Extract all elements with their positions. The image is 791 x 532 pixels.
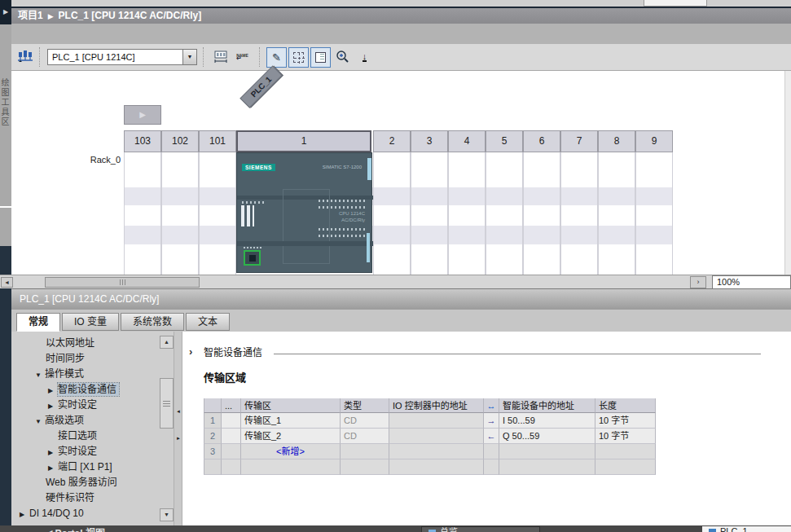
nav-realtime-settings[interactable]: ▶实时设定 <box>16 398 160 413</box>
rack-slot-column[interactable] <box>560 152 598 275</box>
expand-pane-button[interactable]: ▶ <box>0 0 11 24</box>
nav-time-sync[interactable]: 时间同步 <box>16 351 160 367</box>
direction-arrow-icon[interactable]: → <box>484 413 499 429</box>
slot-header-2[interactable]: 2 <box>373 130 411 152</box>
slot-header-102[interactable]: 102 <box>161 130 199 152</box>
zoom-level-input[interactable]: 100% <box>712 275 791 289</box>
show-overview-toggle[interactable] <box>310 47 331 68</box>
add-new-cell[interactable]: <新增> <box>241 444 341 459</box>
rack-slot-column[interactable] <box>486 152 523 275</box>
scroll-right-button[interactable]: › <box>690 276 706 288</box>
cpu-module[interactable]: SIEMENS SIMATIC S7-1200 CPU 1214C AC/DC/… <box>236 152 372 273</box>
row-number: 1 <box>204 413 222 429</box>
row-dots-cell[interactable] <box>222 413 241 429</box>
empty-cell <box>499 444 595 459</box>
network-topology-icon[interactable] <box>17 50 33 64</box>
tree-scroll-down-button[interactable]: ▼ <box>160 508 174 521</box>
slot-header-101[interactable]: 101 <box>199 130 236 152</box>
compress-slots-button[interactable]: ▶ <box>124 105 161 125</box>
scrollbar-thumb[interactable] <box>45 277 200 288</box>
tab-system-constants[interactable]: 系统常数 <box>121 313 184 331</box>
rack-slot-column[interactable] <box>199 152 236 275</box>
slot-header-7[interactable]: 7 <box>560 130 598 152</box>
transfer-area-name[interactable]: 传输区_1 <box>241 413 341 429</box>
expand-arrow-icon[interactable]: ▶ <box>48 383 58 398</box>
nav-idevice-communication[interactable]: ▶智能设备通信 <box>16 382 160 398</box>
rack-slot-column[interactable] <box>635 152 673 275</box>
slot-header-6[interactable]: 6 <box>523 130 560 152</box>
rack-slot-column[interactable] <box>411 152 448 275</box>
nav-ethernet-address[interactable]: 以太网地址 <box>16 336 160 351</box>
rack-slot-column[interactable] <box>448 152 486 275</box>
expand-arrow-icon[interactable]: ▶ <box>48 398 58 414</box>
header-type[interactable]: 类型 <box>341 398 389 413</box>
slot-header-1-selected[interactable]: 1 <box>236 130 371 152</box>
rack-slot-column[interactable] <box>161 152 199 275</box>
header-transfer-area[interactable]: 传输区 <box>241 398 341 413</box>
tree-scrollbar-thumb[interactable] <box>160 378 174 429</box>
slot-header-3[interactable]: 3 <box>411 130 448 152</box>
rack-slot-column[interactable] <box>124 152 161 275</box>
transfer-area-name[interactable]: 传输区_2 <box>241 429 341 444</box>
nav-operating-mode[interactable]: ▼操作模式 <box>16 367 160 382</box>
plc-editor-tab[interactable]: PLC_1 <box>702 526 791 532</box>
tab-texts[interactable]: 文本 <box>186 313 230 331</box>
nav-di14-dq10[interactable]: ▶DI 14/DQ 10 <box>16 506 160 521</box>
rack-slot-column[interactable] <box>373 152 411 275</box>
expand-arrow-icon[interactable]: ▶ <box>48 460 58 476</box>
collapse-right-icon[interactable]: ► <box>176 436 181 441</box>
nav-realtime-settings-2[interactable]: ▶实时设定 <box>16 444 160 459</box>
section-chevron-icon[interactable]: › <box>189 345 204 358</box>
slot-header-8[interactable]: 8 <box>598 130 635 152</box>
collapse-arrow-icon[interactable]: ▼ <box>35 367 45 383</box>
collapse-arrow-icon[interactable]: ▼ <box>35 414 45 429</box>
profinet-port[interactable] <box>244 250 261 266</box>
row-dots-cell[interactable] <box>222 429 241 444</box>
show-grid-toggle[interactable] <box>288 47 309 68</box>
rename-label-button[interactable]: NAME↵ <box>232 47 253 68</box>
tree-scroll-up-button[interactable]: ▲ <box>160 336 174 349</box>
zoom-in-button[interactable] <box>332 47 353 68</box>
header-direction-icon[interactable]: ↔ <box>484 398 499 413</box>
add-new-link[interactable]: <新增> <box>244 444 336 459</box>
slot-header-9[interactable]: 9 <box>635 130 673 152</box>
dropdown-arrow-icon[interactable]: ▼ <box>182 50 196 64</box>
tab-general[interactable]: 常规 <box>16 313 60 332</box>
measure-width-button[interactable] <box>210 47 231 68</box>
table-row-empty <box>204 459 656 475</box>
header-length[interactable]: 长度 <box>595 398 656 413</box>
scroll-left-button[interactable]: ◄ <box>1 277 13 288</box>
breadcrumb-device[interactable]: PLC_1 [CPU 1214C AC/DC/Rly] <box>59 10 202 21</box>
nav-hardware-identifier[interactable]: 硬件标识符 <box>16 490 160 506</box>
slot-header-103[interactable]: 103 <box>124 130 161 152</box>
idevice-address[interactable]: Q 50...59 <box>499 429 595 444</box>
vertical-scrollbar-track[interactable] <box>784 71 791 275</box>
idevice-address[interactable]: I 50...59 <box>499 413 595 429</box>
table-row[interactable]: 2 传输区_2 CD ← Q 50...59 10 字节 <box>204 429 656 444</box>
show-labels-toggle[interactable]: ✎ <box>266 47 287 68</box>
breadcrumb-project[interactable]: 项目1 <box>18 10 43 21</box>
device-selector-combobox[interactable]: PLC_1 [CPU 1214C] ▼ <box>47 49 197 65</box>
nav-web-server-access[interactable]: Web 服务器访问 <box>16 475 160 490</box>
header-idevice-address[interactable]: 智能设备中的地址 <box>499 398 595 413</box>
header-controller-address[interactable]: IO 控制器中的地址 <box>389 398 484 413</box>
nav-port-x1p1[interactable]: ▶端口 [X1 P1] <box>16 459 160 475</box>
rack-slot-column[interactable] <box>598 152 635 275</box>
tab-io-tags[interactable]: IO 变量 <box>62 313 119 331</box>
collapse-left-icon[interactable]: ◄ <box>176 409 181 414</box>
overview-tab[interactable]: 总览 <box>421 526 540 532</box>
direction-arrow-icon[interactable]: ← <box>484 429 499 444</box>
slot-header-4[interactable]: 4 <box>448 130 486 152</box>
table-row[interactable]: 1 传输区_1 CD → I 50...59 10 字节 <box>204 413 656 429</box>
rack-slot-column[interactable] <box>523 152 560 275</box>
pane-splitter[interactable]: ◄ ► <box>174 332 182 525</box>
toolbar-separator <box>259 47 260 67</box>
portal-view-button[interactable]: ◀ Portal 视图 <box>45 525 105 532</box>
slot-header-5[interactable]: 5 <box>486 130 523 152</box>
table-row-add[interactable]: 3 <新增> <box>204 444 656 459</box>
nav-advanced-options[interactable]: ▼高级选项 <box>16 413 160 429</box>
expand-arrow-icon[interactable]: ▶ <box>20 507 29 521</box>
nav-interface-options[interactable]: 接口选项 <box>16 429 160 444</box>
expand-arrow-icon[interactable]: ▶ <box>48 445 58 460</box>
save-view-button[interactable]: ↓ <box>354 47 375 68</box>
